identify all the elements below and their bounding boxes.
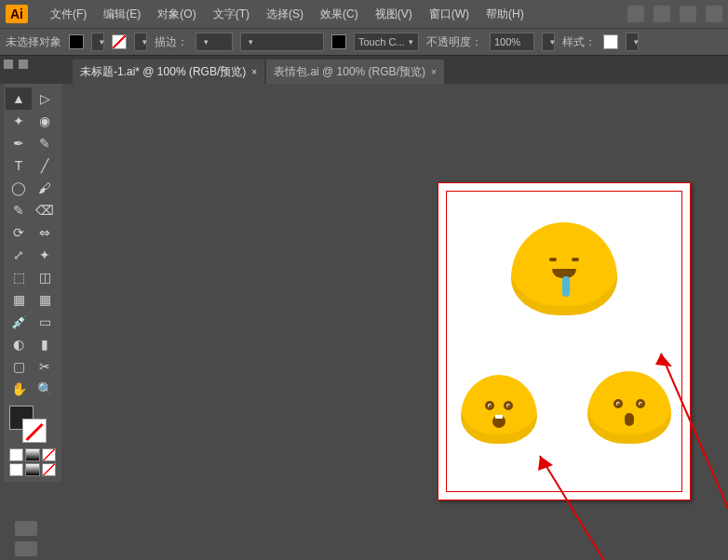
hand-tool[interactable]: ✋ bbox=[6, 378, 32, 400]
fill-mode-row bbox=[9, 448, 56, 461]
mouth-icon bbox=[492, 415, 506, 428]
free-transform-tool[interactable]: ⬚ bbox=[6, 266, 32, 288]
menu-effect[interactable]: 效果(C) bbox=[313, 3, 366, 26]
panel-icon-1[interactable] bbox=[15, 521, 37, 536]
stroke-swatch[interactable] bbox=[112, 34, 127, 49]
canvas-area[interactable] bbox=[65, 84, 728, 560]
app-logo: Ai bbox=[6, 5, 28, 23]
brush-swatch[interactable] bbox=[331, 34, 346, 49]
lasso-tool[interactable]: ◉ bbox=[32, 110, 58, 132]
fill-none-mode[interactable] bbox=[42, 448, 56, 461]
gradient-tool[interactable]: ▭ bbox=[32, 311, 58, 333]
width-tool[interactable]: ✦ bbox=[32, 244, 58, 266]
drool-icon bbox=[562, 276, 570, 297]
menu-text[interactable]: 文字(T) bbox=[206, 3, 257, 26]
pencil-tool[interactable]: ✎ bbox=[6, 199, 32, 221]
svg-line-0 bbox=[661, 353, 728, 560]
document-tabs: 未标题-1.ai* @ 100% (RGB/预览) × 表情包.ai @ 100… bbox=[0, 56, 728, 84]
panel-toggle-icons bbox=[4, 60, 28, 69]
fill-stroke-indicator[interactable] bbox=[9, 406, 47, 443]
perspective-tool[interactable]: ▦ bbox=[6, 288, 32, 311]
brush-dropdown[interactable]: Touch C... bbox=[354, 33, 419, 51]
fill-gradient-mode[interactable] bbox=[25, 448, 39, 461]
tab-label: 表情包.ai @ 100% (RGB/预览) bbox=[274, 64, 425, 80]
rotate-tool[interactable]: ⟳ bbox=[6, 221, 32, 244]
menu-window[interactable]: 窗口(W) bbox=[422, 3, 477, 26]
draw-mode-row bbox=[9, 463, 56, 476]
toolbox: ▲▷ ✦◉ ✒✎ T╱ ◯🖌 ✎⌫ ⟳⇔ ⤢✦ ⬚◫ ▦▦ 💉▭ ◐▮ ▢✂ ✋… bbox=[4, 84, 61, 482]
fill-color-mode[interactable] bbox=[9, 448, 23, 461]
search-icon[interactable] bbox=[706, 6, 722, 22]
fill-swatch[interactable] bbox=[69, 34, 84, 49]
direct-selection-tool[interactable]: ▷ bbox=[32, 87, 58, 110]
artboard-tool[interactable]: ▢ bbox=[6, 355, 32, 378]
draw-normal[interactable] bbox=[9, 463, 23, 476]
close-icon[interactable]: × bbox=[251, 67, 257, 77]
style-dropdown[interactable] bbox=[626, 33, 639, 51]
column-graph-tool[interactable]: ▮ bbox=[32, 333, 58, 355]
paintbrush-tool[interactable]: 🖌 bbox=[32, 177, 58, 199]
tab-emoji-pack[interactable]: 表情包.ai @ 100% (RGB/预览) × bbox=[266, 60, 444, 84]
toggle-icon-1[interactable] bbox=[4, 60, 13, 69]
annotation-arrow-2 bbox=[475, 437, 661, 560]
svg-line-2 bbox=[540, 456, 642, 560]
menu-object[interactable]: 对象(O) bbox=[150, 3, 203, 26]
shape-builder-tool[interactable]: ◫ bbox=[32, 266, 58, 288]
menu-view[interactable]: 视图(V) bbox=[368, 3, 420, 26]
draw-behind[interactable] bbox=[25, 463, 39, 476]
tab-label: 未标题-1.ai* @ 100% (RGB/预览) bbox=[80, 64, 246, 80]
reflect-tool[interactable]: ⇔ bbox=[32, 221, 58, 244]
eye-icon bbox=[572, 258, 579, 261]
fill-dropdown[interactable] bbox=[91, 33, 104, 51]
variable-width-dropdown[interactable] bbox=[240, 33, 324, 51]
line-tool[interactable]: ╱ bbox=[32, 154, 58, 177]
menu-edit[interactable]: 编辑(E) bbox=[96, 3, 148, 26]
workspace-icon-1[interactable] bbox=[627, 6, 644, 22]
menu-select[interactable]: 选择(S) bbox=[259, 3, 311, 26]
draw-inside[interactable] bbox=[42, 463, 56, 476]
control-bar: 未选择对象 描边： Touch C... 不透明度： 样式： bbox=[0, 28, 728, 56]
style-label: 样式： bbox=[562, 34, 596, 50]
zoom-tool[interactable]: 🔍 bbox=[32, 378, 58, 400]
arrange-icon[interactable] bbox=[680, 6, 696, 22]
mesh-tool[interactable]: ▦ bbox=[32, 288, 58, 311]
pen-tool[interactable]: ✒ bbox=[6, 132, 32, 154]
menu-help[interactable]: 帮助(H) bbox=[479, 3, 532, 26]
type-tool[interactable]: T bbox=[6, 154, 32, 177]
header-extra-icons bbox=[627, 6, 722, 22]
eyedropper-tool[interactable]: 💉 bbox=[6, 311, 32, 333]
style-swatch[interactable] bbox=[603, 34, 618, 49]
toggle-icon-2[interactable] bbox=[19, 60, 28, 69]
eye-icon bbox=[485, 401, 494, 410]
close-icon[interactable]: × bbox=[431, 67, 437, 77]
stroke-dropdown[interactable] bbox=[134, 33, 147, 51]
slice-tool[interactable]: ✂ bbox=[32, 355, 58, 378]
menubar: Ai 文件(F) 编辑(E) 对象(O) 文字(T) 选择(S) 效果(C) 视… bbox=[0, 0, 728, 28]
stroke-indicator[interactable] bbox=[22, 419, 47, 443]
stroke-weight-dropdown[interactable] bbox=[195, 33, 233, 51]
eraser-tool[interactable]: ⌫ bbox=[32, 199, 58, 221]
workspace-icon-2[interactable] bbox=[654, 6, 670, 22]
selection-status: 未选择对象 bbox=[6, 34, 61, 50]
eye-icon bbox=[504, 401, 513, 410]
opacity-label: 不透明度： bbox=[426, 34, 482, 50]
opacity-input[interactable] bbox=[490, 33, 534, 51]
ellipse-tool[interactable]: ◯ bbox=[6, 177, 32, 199]
curvature-tool[interactable]: ✎ bbox=[32, 132, 58, 154]
eye-icon bbox=[549, 258, 557, 261]
magic-wand-tool[interactable]: ✦ bbox=[6, 110, 32, 132]
panel-icon-2[interactable] bbox=[15, 541, 37, 556]
menu-file[interactable]: 文件(F) bbox=[43, 3, 94, 26]
blend-tool[interactable]: ◐ bbox=[6, 333, 32, 355]
opacity-dropdown[interactable] bbox=[542, 33, 555, 51]
selection-tool[interactable]: ▲ bbox=[6, 87, 32, 110]
svg-marker-1 bbox=[655, 353, 672, 367]
svg-marker-3 bbox=[538, 456, 553, 471]
tab-untitled[interactable]: 未标题-1.ai* @ 100% (RGB/预览) × bbox=[73, 60, 264, 84]
stroke-label: 描边： bbox=[155, 34, 188, 50]
scale-tool[interactable]: ⤢ bbox=[6, 244, 32, 266]
dock-panel-icons bbox=[15, 521, 37, 556]
